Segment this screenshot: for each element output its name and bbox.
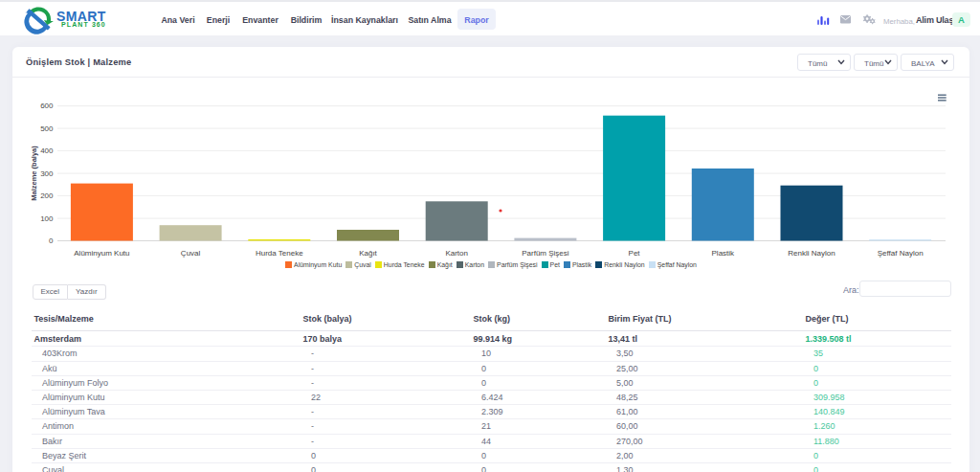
svg-text:500: 500 [40, 124, 54, 133]
svg-text:Şeffaf Naylon: Şeffaf Naylon [878, 249, 924, 258]
svg-text:Parfüm Şişesi: Parfüm Şişesi [522, 249, 569, 258]
svg-text:0: 0 [49, 236, 54, 245]
svg-text:Alüminyum Kutu: Alüminyum Kutu [74, 249, 129, 258]
svg-text:100: 100 [40, 214, 54, 223]
svg-text:Hurda Teneke: Hurda Teneke [256, 249, 303, 258]
svg-text:Plastik: Plastik [712, 249, 736, 258]
svg-text:300: 300 [40, 169, 54, 178]
svg-text:Karton: Karton [445, 249, 468, 258]
svg-text:Çuval: Çuval [181, 249, 201, 258]
svg-text:Pet: Pet [629, 249, 641, 258]
svg-text:Malzeme (balya): Malzeme (balya) [30, 146, 38, 201]
svg-text:200: 200 [40, 191, 54, 200]
svg-text:400: 400 [40, 146, 54, 155]
svg-text:Renkli Naylon: Renkli Naylon [788, 249, 835, 258]
svg-text:600: 600 [40, 101, 54, 110]
svg-text:Kağıt: Kağıt [359, 249, 377, 258]
